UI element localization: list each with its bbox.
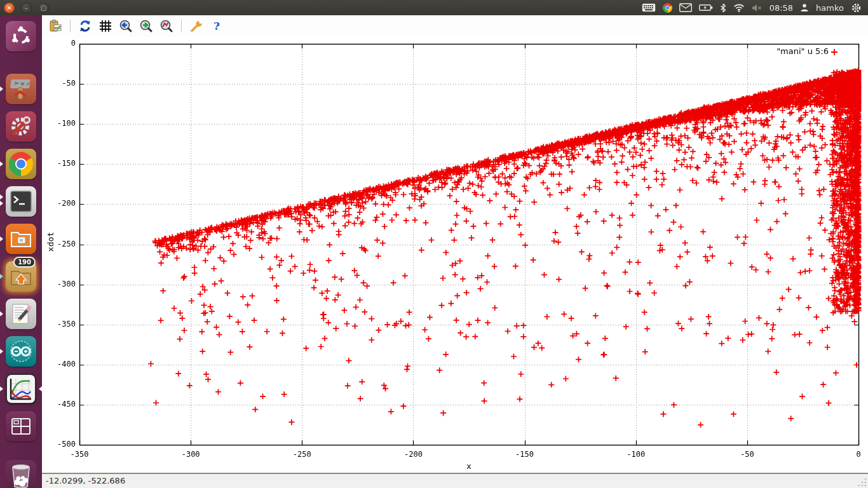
- launcher-item-workspace-switcher[interactable]: [6, 411, 36, 442]
- launcher-item-terminal[interactable]: [6, 186, 36, 217]
- y-tick-label: -500: [42, 440, 76, 449]
- zoom-next-button[interactable]: [138, 18, 154, 34]
- volume-muted-icon[interactable]: [752, 4, 763, 12]
- username[interactable]: hamko: [816, 3, 844, 13]
- bluetooth-icon[interactable]: [720, 3, 726, 13]
- scatter-canvas[interactable]: [42, 37, 868, 473]
- top-panel: ✕ – ▢ 08:58: [0, 0, 868, 15]
- x-tick-label: -350: [60, 450, 98, 459]
- y-axis-label: xdot: [46, 232, 55, 252]
- minimize-button[interactable]: –: [21, 3, 32, 13]
- x-tick-label: -150: [506, 450, 544, 459]
- y-tick-label: -300: [42, 280, 76, 288]
- launcher-item-gnuplot[interactable]: [6, 374, 36, 404]
- launcher-item-chrome[interactable]: [6, 149, 36, 179]
- gnuplot-toolbar: ?: [42, 15, 868, 37]
- resize-grip[interactable]: [858, 478, 867, 487]
- zoom-previous-button[interactable]: [118, 18, 134, 34]
- x-tick-label: -250: [283, 450, 321, 459]
- launcher-item-archive-upload[interactable]: 190: [6, 261, 36, 292]
- keyboard-icon[interactable]: [642, 3, 656, 12]
- launcher-item-file-manager[interactable]: [6, 224, 36, 254]
- y-tick-label: -200: [42, 199, 76, 208]
- launcher-item-arduino[interactable]: [6, 336, 36, 367]
- autoscale-button[interactable]: [158, 18, 175, 34]
- clock[interactable]: 08:58: [770, 3, 793, 13]
- chrome-icon[interactable]: [663, 3, 672, 13]
- copy-plot-button[interactable]: [47, 18, 64, 34]
- user-icon: [800, 3, 809, 12]
- plot-area: -350-300-250-200-150-100-5000-50-100-150…: [42, 37, 868, 473]
- mouse-coordinates: -12.0299, -522.686: [46, 476, 125, 485]
- x-tick-label: -50: [728, 450, 766, 459]
- x-tick-label: 0: [839, 450, 868, 459]
- legend-label: "mani" u 5:6: [776, 46, 829, 56]
- battery-charging-icon[interactable]: [699, 4, 713, 11]
- y-tick-label: 0: [42, 39, 76, 48]
- y-tick-label: -150: [42, 159, 76, 168]
- help-button[interactable]: ?: [208, 18, 225, 34]
- unity-launcher: 190: [0, 15, 42, 488]
- launcher-item-text-editor[interactable]: [6, 299, 36, 329]
- wifi-icon[interactable]: [733, 4, 745, 12]
- chrome-icon: [9, 152, 33, 176]
- power-gear-icon[interactable]: [851, 3, 862, 13]
- launcher-item-trash[interactable]: [6, 460, 36, 488]
- grid-button[interactable]: [97, 18, 114, 34]
- y-tick-label: -400: [42, 360, 76, 369]
- y-tick-label: -350: [42, 320, 76, 329]
- window-controls: ✕ – ▢: [0, 3, 57, 13]
- launcher-item-system-settings[interactable]: [6, 111, 36, 142]
- update-count-badge: 190: [13, 257, 36, 268]
- refresh-button[interactable]: [77, 18, 93, 34]
- mail-icon[interactable]: [679, 3, 692, 12]
- gnuplot-statusbar: -12.0299, -522.686: [42, 473, 868, 488]
- launcher-item-language-app[interactable]: [6, 74, 36, 104]
- options-wrench-button[interactable]: [188, 18, 205, 34]
- launcher-item-dash-home[interactable]: [6, 21, 36, 51]
- x-tick-label: -100: [617, 450, 655, 459]
- x-axis-label: x: [450, 461, 488, 471]
- x-tick-label: -300: [172, 450, 210, 459]
- y-tick-label: -100: [42, 119, 76, 128]
- gnuplot-window: ? -350-300-250-200-150-100-5000-50-100-1…: [42, 15, 868, 488]
- desktop: ✕ – ▢ 08:58: [0, 0, 868, 488]
- y-tick-label: -50: [42, 79, 76, 88]
- indicator-area: 08:58 hamko: [642, 3, 868, 13]
- y-tick-label: -450: [42, 400, 76, 409]
- maximize-button[interactable]: ▢: [38, 3, 49, 13]
- close-button[interactable]: ✕: [4, 3, 15, 13]
- x-tick-label: -200: [394, 450, 432, 459]
